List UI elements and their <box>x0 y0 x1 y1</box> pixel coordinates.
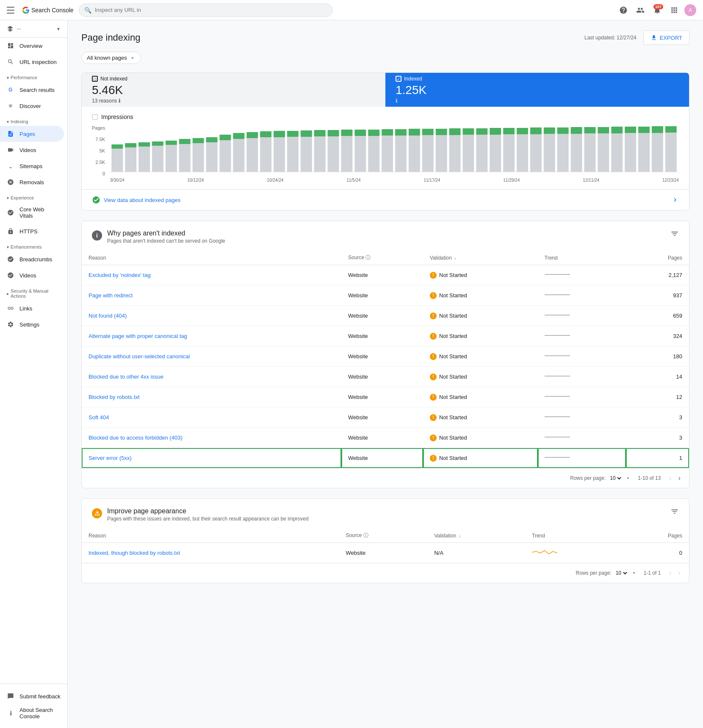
about-search-console-button[interactable]: ℹ About Search Console <box>7 703 61 723</box>
svg-rect-69 <box>571 127 582 134</box>
not-indexed-label: □ Not indexed <box>92 76 375 82</box>
sidebar-item-videos[interactable]: Videos <box>0 142 64 158</box>
sidebar-item-videos-enh[interactable]: Videos <box>0 267 64 283</box>
source-info-icon[interactable]: ⓘ <box>365 255 371 260</box>
validation-cell: ! Not Started <box>423 407 538 428</box>
apps-button[interactable] <box>667 3 681 17</box>
improve-validation-sort-icon[interactable]: ↓ <box>459 534 461 538</box>
property-selector[interactable]: ··· ▼ <box>0 20 67 38</box>
pages-count-cell: 2,127 <box>626 265 689 285</box>
sidebar-section-indexing[interactable]: ▾ Indexing <box>0 114 67 126</box>
sidebar-item-url-inspection[interactable]: URL inspection <box>0 54 64 70</box>
submit-feedback-button[interactable]: Submit feedback <box>7 689 61 703</box>
table-row[interactable]: Not found (404) Website ! Not Started 65… <box>82 306 689 326</box>
sidebar-item-discover[interactable]: ✳ Discover <box>0 98 64 114</box>
sidebar-item-links[interactable]: Links <box>0 300 64 316</box>
improve-prev-page-button[interactable]: ‹ <box>667 567 673 579</box>
validation-cell: ! Not Started <box>423 346 538 367</box>
not-indexed-info-icon[interactable]: ℹ <box>119 98 121 104</box>
search-bar[interactable]: 🔍 <box>79 3 333 17</box>
reason-link[interactable]: Blocked due to access forbidden (403) <box>89 435 183 441</box>
sidebar-section-performance[interactable]: ▾ Performance <box>0 70 67 82</box>
table-row[interactable]: Indexed, though blocked by robots.txt We… <box>82 543 689 563</box>
reason-cell: Excluded by 'noindex' tag <box>82 265 341 285</box>
svg-rect-25 <box>274 131 285 137</box>
sidebar-item-sitemaps[interactable]: Sitemaps <box>0 158 64 174</box>
svg-rect-51 <box>449 128 461 135</box>
why-not-indexed-filter-icon[interactable] <box>670 230 679 238</box>
reason-link[interactable]: Page with redirect <box>89 292 133 299</box>
sidebar-section-security[interactable]: ▸ Security & Manual Actions <box>0 283 67 300</box>
source-cell: Website <box>341 265 423 285</box>
sidebar-item-settings[interactable]: Settings <box>0 316 64 332</box>
validation-status: Not Started <box>439 272 467 278</box>
rows-per-page-select[interactable]: 10 25 50 <box>608 475 623 482</box>
pages-count-cell: 324 <box>626 326 689 346</box>
table-row[interactable]: Blocked due to other 4xx issue Website !… <box>82 367 689 387</box>
about-icon: ℹ <box>7 709 14 717</box>
improve-pagination-controls: ‹ › <box>667 567 682 579</box>
avatar[interactable]: A <box>684 4 696 16</box>
reason-link[interactable]: Duplicate without user-selected canonica… <box>89 353 190 360</box>
sidebar-item-https[interactable]: HTTPS <box>0 223 64 239</box>
all-known-pages-filter[interactable]: All known pages <box>81 52 141 64</box>
not-indexed-checkbox[interactable]: □ <box>92 76 98 82</box>
table-row[interactable]: Soft 404 Website ! Not Started 3 <box>82 407 689 428</box>
table-row[interactable]: Excluded by 'noindex' tag Website ! Not … <box>82 265 689 285</box>
impressions-checkbox[interactable] <box>92 114 98 120</box>
svg-rect-36 <box>355 136 366 172</box>
export-icon <box>650 34 657 41</box>
search-input[interactable] <box>95 7 327 13</box>
svg-rect-2 <box>125 147 136 172</box>
sidebar-item-pages[interactable]: Pages <box>0 126 64 142</box>
table-row[interactable]: Blocked due to access forbidden (403) We… <box>82 428 689 448</box>
svg-rect-50 <box>449 135 461 172</box>
table-row[interactable]: Blocked by robots.txt Website ! Not Star… <box>82 387 689 407</box>
svg-rect-27 <box>287 131 299 137</box>
reason-link[interactable]: Soft 404 <box>89 414 109 421</box>
sidebar-section-experience[interactable]: ▾ Experience <box>0 190 67 202</box>
reason-link[interactable]: Server error (5xx) <box>89 455 132 461</box>
indexed-checkbox[interactable]: ✓ <box>396 76 401 82</box>
sidebar-item-overview[interactable]: Overview <box>0 38 64 54</box>
reason-link[interactable]: Not found (404) <box>89 313 127 319</box>
reason-link[interactable]: Excluded by 'noindex' tag <box>89 272 151 278</box>
view-indexed-link[interactable]: View data about indexed pages <box>82 189 689 210</box>
validation-sort-icon[interactable]: ↓ <box>454 256 456 260</box>
prev-page-button[interactable]: ‹ <box>667 473 673 484</box>
sidebar-item-removals[interactable]: Removals <box>0 174 64 190</box>
sidebar-item-core-web-vitals[interactable]: Core Web Vitals <box>0 202 64 223</box>
table-row[interactable]: Duplicate without user-selected canonica… <box>82 346 689 367</box>
col-trend: Trend <box>538 251 626 265</box>
indexing-section-label: Indexing <box>11 119 28 124</box>
validation-badge: ! Not Started <box>430 374 531 380</box>
improve-source-info-icon[interactable]: ⓘ <box>363 532 368 538</box>
improve-appearance-table: Reason Source ⓘ Validation ↓ Trend <box>82 529 689 563</box>
indexing-section-arrow: ▾ <box>7 119 9 124</box>
reason-link[interactable]: Indexed, though blocked by robots.txt <box>89 550 180 556</box>
improve-next-page-button[interactable]: › <box>677 567 682 579</box>
indexed-info-icon[interactable]: ℹ <box>396 98 398 104</box>
sidebar-item-search-results[interactable]: G Search results <box>0 82 64 98</box>
notifications-button[interactable]: 107 <box>650 3 664 17</box>
trend-cell <box>538 367 626 387</box>
reason-link[interactable]: Blocked due to other 4xx issue <box>89 374 163 380</box>
sidebar-item-breadcrumbs[interactable]: Breadcrumbs <box>0 251 64 267</box>
help-button[interactable] <box>617 3 630 17</box>
sidebar-section-enhancements[interactable]: ▾ Enhancements <box>0 239 67 251</box>
reason-cell: Blocked by robots.txt <box>82 387 341 407</box>
sidebar-nav: Overview URL inspection ▾ Performance G … <box>0 38 67 684</box>
table-row[interactable]: Server error (5xx) Website ! Not Started… <box>82 448 689 468</box>
reason-link[interactable]: Blocked by robots.txt <box>89 394 140 400</box>
table-row[interactable]: Alternate page with proper canonical tag… <box>82 326 689 346</box>
table-row[interactable]: Page with redirect Website ! Not Started… <box>82 285 689 306</box>
improve-appearance-filter-icon[interactable] <box>670 507 679 516</box>
users-button[interactable] <box>634 3 647 17</box>
reason-link[interactable]: Alternate page with proper canonical tag <box>89 333 187 339</box>
export-button[interactable]: EXPORT <box>643 30 689 45</box>
validation-cell: ! Not Started <box>423 428 538 448</box>
menu-icon[interactable] <box>7 5 17 15</box>
indexed-stat: ✓ Indexed 1.25K ℹ <box>385 73 689 107</box>
improve-rows-per-page-select[interactable]: 10 25 50 <box>614 570 628 576</box>
next-page-button[interactable]: › <box>677 473 682 484</box>
